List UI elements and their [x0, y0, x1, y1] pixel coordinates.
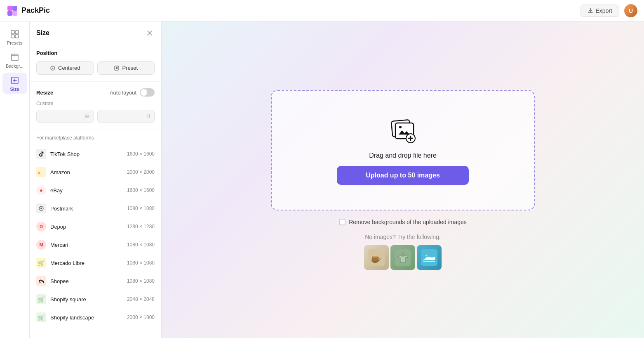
- amazon-icon: a: [36, 167, 46, 177]
- shopify-ls-size: 2000 × 1800: [127, 314, 155, 320]
- tiktok-size: 1600 × 1600: [127, 151, 155, 157]
- svg-point-18: [40, 208, 42, 209]
- depop-size: 1280 × 1280: [127, 224, 155, 229]
- mercado-name: Mercado Libre: [50, 260, 85, 266]
- resize-section: Resize Auto layout Custom W H: [30, 82, 161, 130]
- close-button[interactable]: [145, 28, 155, 38]
- mercari-name: Mercari: [50, 242, 68, 248]
- marketplace-section: For marketplace platforms TikTok Shop 16…: [30, 130, 161, 326]
- auto-layout-toggle[interactable]: [140, 88, 155, 97]
- list-item[interactable]: 🛍 Shopee 1080 × 1080: [30, 272, 161, 290]
- app-name: PackPic: [21, 6, 50, 15]
- sample-image-jacket[interactable]: [390, 245, 415, 270]
- list-item[interactable]: D Depop 1280 × 1280: [30, 217, 161, 236]
- position-label: Position: [36, 50, 155, 56]
- svg-rect-29: [423, 261, 435, 262]
- upload-button[interactable]: Upload up to 50 images: [337, 166, 469, 185]
- list-item[interactable]: 🛒 Shopify square 2048 × 2048: [30, 290, 161, 308]
- ebay-size: 1600 × 1600: [127, 187, 155, 193]
- shopee-icon: 🛍: [36, 276, 46, 286]
- remove-bg-checkbox[interactable]: [339, 219, 346, 225]
- sidebar-item-background[interactable]: Backgr...: [2, 50, 27, 71]
- resize-label: Resize: [36, 90, 53, 96]
- width-input[interactable]: W: [36, 110, 94, 123]
- panel: Size Position Centered: [30, 21, 162, 338]
- svg-point-9: [12, 54, 13, 55]
- svg-point-13: [52, 67, 54, 69]
- auto-layout-text: Auto layout: [110, 90, 136, 96]
- tiktok-name: TikTok Shop: [50, 151, 80, 157]
- avatar[interactable]: U: [624, 4, 637, 17]
- list-item[interactable]: 🛒 Shopify landscape 2000 × 1800: [30, 308, 161, 326]
- postmark-icon: [36, 203, 46, 213]
- list-item[interactable]: M Mercari 1080 × 1080: [30, 236, 161, 254]
- no-images-text: No images? Try the following:: [365, 234, 441, 240]
- height-input[interactable]: H: [97, 110, 155, 123]
- dimension-inputs: W H: [36, 110, 155, 123]
- tiktok-icon: [36, 149, 46, 159]
- shopify-ls-icon: 🛒: [36, 312, 46, 322]
- shopify-sq-name: Shopify square: [50, 296, 86, 303]
- sample-image-coffee[interactable]: [364, 245, 389, 270]
- size-icon: [10, 76, 19, 85]
- background-icon: [10, 53, 19, 62]
- svg-text:a: a: [38, 170, 41, 175]
- logo-icon: [7, 5, 18, 17]
- canvas-area: Drag and drop file here Upload up to 50 …: [162, 21, 644, 338]
- app-body: Presets Backgr... Size Size: [0, 21, 644, 338]
- mercari-size: 1080 × 1080: [127, 242, 155, 248]
- ebay-name: eBay: [50, 187, 63, 194]
- shopify-ls-name: Shopify landscape: [50, 314, 94, 321]
- ebay-icon: e: [36, 185, 46, 195]
- sample-images: [364, 245, 442, 270]
- logo-area: PackPic: [7, 5, 50, 17]
- preset-icon: [114, 65, 120, 71]
- icon-sidebar: Presets Backgr... Size: [0, 21, 30, 338]
- auto-layout-row: Auto layout: [110, 88, 155, 97]
- shopee-size: 1080 × 1080: [127, 278, 155, 284]
- depop-name: Depop: [50, 224, 66, 230]
- export-button[interactable]: Export: [581, 5, 619, 17]
- dropzone[interactable]: Drag and drop file here Upload up to 50 …: [271, 90, 535, 210]
- centered-button[interactable]: Centered: [36, 61, 94, 75]
- no-images-section: No images? Try the following:: [364, 234, 442, 270]
- upload-images-icon: [388, 116, 418, 145]
- custom-label: Custom: [36, 101, 155, 106]
- svg-point-26: [372, 256, 378, 258]
- shopee-name: Shopee: [50, 278, 69, 284]
- svg-rect-0: [7, 6, 12, 11]
- postmark-size: 1080 × 1080: [127, 206, 155, 211]
- sidebar-item-size[interactable]: Size: [2, 73, 27, 94]
- amazon-size: 2000 × 2000: [127, 169, 155, 175]
- panel-header: Size: [30, 21, 161, 43]
- sidebar-item-presets[interactable]: Presets: [2, 26, 27, 48]
- position-buttons: Centered Preset: [36, 61, 155, 75]
- marketplace-label: For marketplace platforms: [30, 135, 161, 141]
- list-item[interactable]: a Amazon 2000 × 2000: [30, 163, 161, 181]
- postmark-name: Postmark: [50, 206, 73, 212]
- resize-row: Resize Auto layout: [36, 88, 155, 97]
- width-letter: W: [85, 113, 89, 119]
- position-section: Position Centered Preset: [30, 43, 161, 82]
- depop-icon: D: [36, 222, 46, 232]
- mercado-icon: 🛒: [36, 258, 46, 268]
- header-right: Export U: [581, 4, 637, 17]
- amazon-name: Amazon: [50, 169, 70, 175]
- remove-bg-row: Remove backgrounds of the uploaded image…: [339, 219, 467, 225]
- list-item[interactable]: e eBay 1600 × 1600: [30, 181, 161, 199]
- svg-point-21: [399, 126, 402, 128]
- list-item[interactable]: TikTok Shop 1600 × 1600: [30, 145, 161, 163]
- shopify-sq-size: 2048 × 2048: [127, 296, 155, 302]
- svg-rect-1: [12, 6, 17, 11]
- drag-text: Drag and drop file here: [369, 152, 437, 159]
- header: PackPic Export U: [0, 0, 644, 21]
- list-item[interactable]: 🛒 Mercado Libre 1080 × 1080: [30, 254, 161, 272]
- mercado-size: 1080 × 1080: [127, 260, 155, 266]
- svg-rect-15: [116, 67, 118, 69]
- panel-title: Size: [36, 29, 49, 37]
- preset-button[interactable]: Preset: [97, 61, 155, 75]
- svg-rect-4: [11, 31, 14, 34]
- list-item[interactable]: Postmark 1080 × 1080: [30, 199, 161, 217]
- svg-rect-3: [12, 11, 17, 16]
- sample-image-shoes[interactable]: [417, 245, 442, 270]
